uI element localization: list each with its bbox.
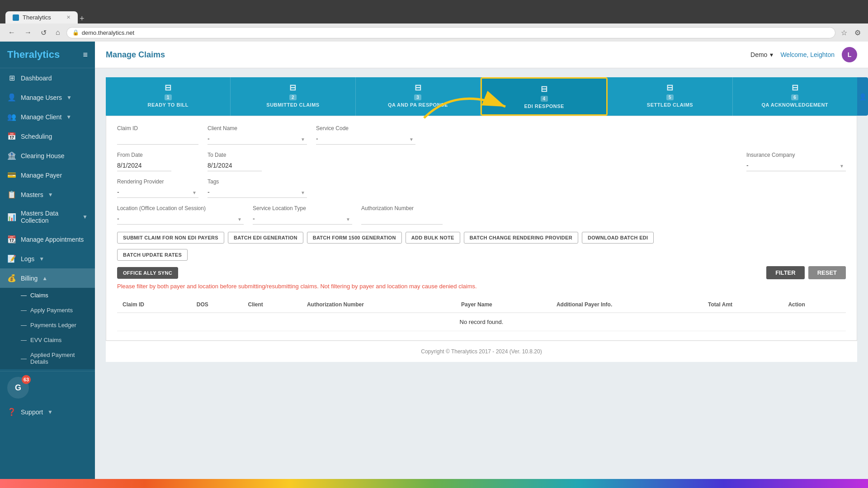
tab-ready-to-bill[interactable]: ⊟ 1 READY TO BILL <box>106 77 231 116</box>
manage-client-icon: 👥 <box>7 113 16 121</box>
hamburger-icon[interactable]: ≡ <box>83 50 88 60</box>
sidebar-sub-item-claims[interactable]: — Claims <box>0 288 95 303</box>
sidebar-item-label: Masters <box>21 191 43 198</box>
sidebar-item-manage-appointments[interactable]: 📆 Manage Appointments <box>0 230 95 249</box>
auth-number-input[interactable] <box>361 213 443 225</box>
sidebar-item-scheduling[interactable]: 📅 Scheduling <box>0 127 95 146</box>
chevron-down-icon: ▼ <box>66 94 72 101</box>
tags-select[interactable]: - <box>208 187 307 198</box>
address-bar[interactable]: 🔒 demo.theralytics.net <box>66 27 835 38</box>
sidebar-sub-item-applied-payment-details[interactable]: — Applied Payment Details <box>0 347 95 369</box>
sidebar-item-label: Manage Client <box>21 113 61 121</box>
filter-section: Claim ID Client Name - Service Code - <box>106 116 857 341</box>
rendering-provider-select[interactable]: - <box>117 187 198 198</box>
insurance-company-field: Insurance Company - <box>746 152 846 171</box>
tab-close-icon[interactable]: ✕ <box>66 14 71 20</box>
main-content: Manage Claims Demo ▾ Welcome, Leighton L <box>95 42 868 479</box>
sidebar-item-dashboard[interactable]: ⊞ Dashboard <box>0 68 95 88</box>
col-claim-id: Claim ID <box>117 297 191 313</box>
reset-button[interactable]: RESET <box>808 266 846 279</box>
add-bulk-button[interactable]: ADD BULK NOTE <box>406 232 460 244</box>
user-initials: G <box>15 383 21 393</box>
sidebar-sub-item-apply-payments[interactable]: — Apply Payments <box>0 303 95 318</box>
sidebar-item-billing[interactable]: 💰 Billing ▲ <box>0 268 95 288</box>
rendering-provider-label: Rendering Provider <box>117 178 198 185</box>
office-ally-sync-button[interactable]: OFFICE ALLY SYNC <box>117 267 178 279</box>
service-location-select[interactable]: - <box>253 213 352 225</box>
sidebar-sub-item-evv-claims[interactable]: — EVV Claims <box>0 333 95 347</box>
active-tab[interactable]: Theralytics ✕ <box>5 11 78 23</box>
col-total-amt: Total Amt <box>703 297 783 313</box>
reload-button[interactable]: ↺ <box>38 27 49 39</box>
filter-row-3: Rendering Provider - Tags - <box>117 178 846 198</box>
download-batch-button[interactable]: DOWNLOAD BATCH EDI <box>582 232 654 244</box>
bookmark-button[interactable]: ☆ <box>839 27 849 39</box>
batch-form-button[interactable]: BATCH FORM 1500 GENERATION <box>307 232 402 244</box>
billing-submenu: — Claims — Apply Payments — Payments Led… <box>0 288 95 369</box>
tab-qa-acknowledgement[interactable]: ⊟ 6 QA ACKNOWLEDGEMENT <box>733 77 857 116</box>
filter-reset-buttons: FILTER RESET <box>766 266 846 279</box>
tab-num: 2 <box>289 94 297 100</box>
insurance-company-label: Insurance Company <box>746 152 846 158</box>
demo-selector[interactable]: Demo ▾ <box>750 51 773 58</box>
copyright-text: Copyright © Theralytics 2017 - 2024 (Ver… <box>106 341 857 362</box>
batch-change-button[interactable]: BATCH CHANGE RENDERING PROVIDER <box>464 232 578 244</box>
sidebar-item-masters-data-collection[interactable]: 📊 Masters Data Collection ▼ <box>0 204 95 230</box>
tab-num: 5 <box>666 94 674 100</box>
back-button[interactable]: ← <box>5 27 18 38</box>
tab-icon: ⊟ <box>415 83 422 93</box>
new-tab-button[interactable]: + <box>80 14 85 23</box>
tab-label: SUBMITTED CLAIMS <box>266 102 319 108</box>
submit-claim-button[interactable]: SUBMIT CLAIM FOR NON EDI PAYERS <box>117 232 224 244</box>
filter-row-4: Location (Office Location of Session) - … <box>117 205 846 225</box>
masters-icon: 📋 <box>7 190 16 199</box>
filter-button[interactable]: FILTER <box>766 266 805 279</box>
forward-button[interactable]: → <box>22 27 34 38</box>
sidebar-item-label: Manage Users <box>21 94 62 101</box>
location-select[interactable]: - <box>117 213 244 225</box>
insurance-company-select[interactable]: - <box>746 160 846 171</box>
client-name-select[interactable]: - <box>208 133 307 145</box>
sidebar-item-manage-users[interactable]: 👤 Manage Users ▼ <box>0 88 95 107</box>
sidebar-logo-area: Theralytics ≡ <box>0 42 95 68</box>
user-widget[interactable]: G 63 <box>7 377 29 399</box>
from-date-input[interactable] <box>117 160 171 171</box>
tab-settled-claims[interactable]: ⊟ 5 SETTLED CLAIMS <box>608 77 732 116</box>
chevron-up-icon: ▲ <box>42 275 47 282</box>
sidebar-item-manage-client[interactable]: 👥 Manage Client ▼ <box>0 107 95 127</box>
extensions-button[interactable]: ⚙ <box>853 27 863 39</box>
tab-label: READY TO BILL <box>147 102 188 108</box>
sidebar-item-logs[interactable]: 📝 Logs ▼ <box>0 249 95 268</box>
batch-edi-button[interactable]: BATCH EDI GENERATION <box>228 232 303 244</box>
lock-icon: 🔒 <box>72 29 79 36</box>
service-code-field: Service Code - <box>316 125 415 145</box>
sidebar-item-clearing-house[interactable]: 🏦 Clearing House <box>0 146 95 165</box>
chevron-down-icon: ▼ <box>66 114 71 120</box>
sidebar-item-label: Manage Payer <box>21 172 62 179</box>
avatar-initial: L <box>848 51 852 58</box>
to-date-input[interactable] <box>208 160 262 171</box>
sidebar-item-label: Scheduling <box>21 133 52 140</box>
col-action: Action <box>783 297 846 313</box>
dash-icon: — <box>21 322 27 328</box>
location-label: Location (Office Location of Session) <box>117 205 244 211</box>
sidebar-item-masters[interactable]: 📋 Masters ▼ <box>0 185 95 204</box>
logs-icon: 📝 <box>7 254 16 263</box>
sidebar-item-support[interactable]: ❓ Support ▼ <box>0 402 95 422</box>
claim-id-input[interactable] <box>117 133 198 145</box>
right-panel-button[interactable]: 👤 <box>857 77 868 116</box>
tags-field: Tags - <box>208 178 307 198</box>
auth-number-label: Authorization Number <box>361 205 443 211</box>
logo-accent: lytics <box>34 49 60 60</box>
service-code-select[interactable]: - <box>316 133 415 145</box>
billing-icon: 💰 <box>7 274 16 282</box>
sidebar-sub-item-payments-ledger[interactable]: — Payments Ledger <box>0 318 95 333</box>
sidebar-item-manage-payer[interactable]: 💳 Manage Payer <box>0 165 95 185</box>
dashboard-icon: ⊞ <box>7 74 16 82</box>
tab-submitted-claims[interactable]: ⊟ 2 SUBMITTED CLAIMS <box>231 77 355 116</box>
batch-update-button[interactable]: BATCH UPDATE RATES <box>117 249 188 261</box>
home-button[interactable]: ⌂ <box>53 27 63 38</box>
tab-qa-and-response[interactable]: ⊟ 3 QA AND PA RESPONSE <box>356 77 481 116</box>
tab-edi-response[interactable]: ⊟ 4 EDI RESPONSE <box>481 77 608 116</box>
user-avatar[interactable]: L <box>842 47 857 62</box>
